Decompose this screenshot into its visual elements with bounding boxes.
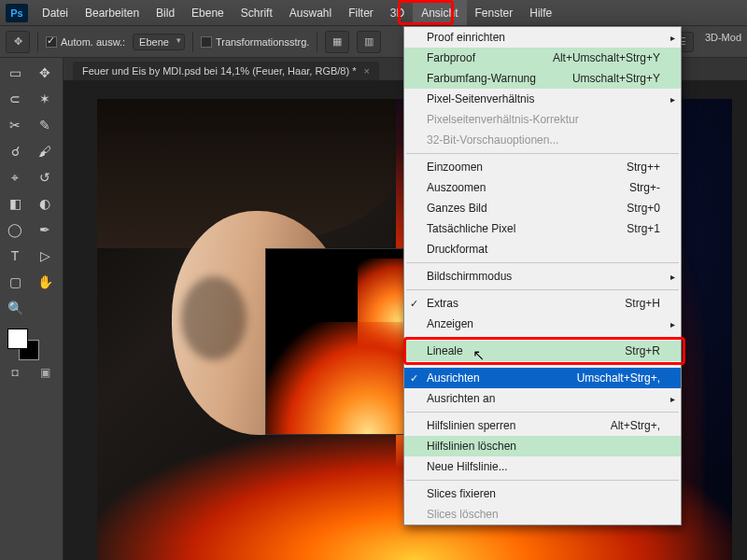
lasso-tool-icon[interactable]: ⊂ <box>2 88 28 110</box>
menu-bearbeiten[interactable]: Bearbeiten <box>77 0 148 25</box>
mode-3d-label[interactable]: 3D-Mod <box>699 32 741 52</box>
menu-item-proof-setup[interactable]: Proof einrichten▸ <box>404 27 681 48</box>
screenmode-icon[interactable]: ▣ <box>32 364 58 381</box>
menu-item-fit-screen[interactable]: Ganzes BildStrg+0 <box>404 198 681 218</box>
zoom-tool-icon[interactable]: 🔍 <box>2 297 28 319</box>
menu-separator <box>406 153 679 154</box>
menu-separator <box>406 480 679 481</box>
menu-fenster[interactable]: Fenster <box>467 0 522 25</box>
healing-tool-icon[interactable]: ☌ <box>2 140 28 162</box>
marquee-tool-icon[interactable]: ▭ <box>2 62 28 84</box>
menu-hilfe[interactable]: Hilfe <box>521 0 560 25</box>
dodge-tool-icon[interactable]: ◯ <box>2 218 28 241</box>
menu-item-pixel-ratio-correction: Pixelseitenverhältnis-Korrektur <box>404 109 681 130</box>
menu-item-clear-guides[interactable]: Hilfslinien löschen <box>404 436 681 456</box>
move-tool-preset-icon[interactable]: ✥ <box>6 31 30 53</box>
menu-separator <box>406 364 679 365</box>
menu-3d[interactable]: 3D <box>382 0 413 25</box>
menu-bar: Ps Datei Bearbeiten Bild Ebene Schrift A… <box>0 0 747 26</box>
eyedropper-tool-icon[interactable]: ✎ <box>32 114 58 136</box>
menu-item-clear-slices: Slices löschen <box>404 504 681 525</box>
eraser-tool-icon[interactable]: ◧ <box>2 192 28 215</box>
document-tab[interactable]: Feuer und Eis by MDI.psd bei 14,1% (Feue… <box>73 62 379 80</box>
menu-item-print-size[interactable]: Druckformat <box>404 239 681 259</box>
transform-controls-label: Transformationsstrg. <box>216 36 309 48</box>
auto-select-checkbox[interactable]: Autom. ausw.: <box>46 36 125 48</box>
auto-select-dropdown[interactable]: Ebene <box>133 34 185 50</box>
separator <box>317 32 317 52</box>
menu-item-snap[interactable]: ✓AusrichtenUmschalt+Strg+, <box>404 368 681 388</box>
menu-item-lock-guides[interactable]: Hilfslinien sperrenAlt+Strg+, <box>404 415 681 436</box>
separator <box>37 32 38 52</box>
menu-item-farbproof[interactable]: FarbproofAlt+Umschalt+Strg+Y <box>404 48 681 68</box>
mouse-cursor-icon: ↖ <box>472 346 485 364</box>
menu-item-zoom-out[interactable]: AuszoomenStrg+- <box>404 177 681 198</box>
menu-item-pixel-ratio[interactable]: Pixel-Seitenverhältnis▸ <box>404 89 681 109</box>
menu-item-screen-mode[interactable]: Bildschirmmodus▸ <box>404 266 681 287</box>
path-select-tool-icon[interactable]: ▷ <box>32 245 58 267</box>
move-tool-icon[interactable]: ✥ <box>32 62 58 84</box>
close-tab-icon[interactable]: × <box>363 65 369 77</box>
menu-item-gamut-warning[interactable]: Farbumfang-WarnungUmschalt+Strg+Y <box>404 68 681 89</box>
type-tool-icon[interactable]: T <box>2 245 28 267</box>
menu-datei[interactable]: Datei <box>34 0 77 25</box>
menu-item-actual-pixels[interactable]: Tatsächliche PixelStrg+1 <box>404 218 681 239</box>
align-icon-1[interactable]: ▦ <box>325 31 349 53</box>
align-icon-2[interactable]: ▥ <box>357 31 381 53</box>
pen-tool-icon[interactable]: ✒ <box>32 218 58 241</box>
menu-ebene[interactable]: Ebene <box>183 0 233 25</box>
menu-item-zoom-in[interactable]: EinzoomenStrg++ <box>404 157 681 177</box>
document-tab-title: Feuer und Eis by MDI.psd bei 14,1% (Feue… <box>82 65 356 77</box>
menu-item-show[interactable]: Anzeigen▸ <box>404 314 681 334</box>
app-logo: Ps <box>6 4 28 22</box>
menu-separator <box>406 337 679 338</box>
menu-schrift[interactable]: Schrift <box>233 0 281 25</box>
quickmask-icon[interactable]: ◘ <box>2 364 28 381</box>
stamp-tool-icon[interactable]: ⌖ <box>2 166 28 189</box>
menu-separator <box>406 262 679 263</box>
menu-item-extras[interactable]: ✓ExtrasStrg+H <box>404 293 681 314</box>
magic-wand-tool-icon[interactable]: ✶ <box>32 88 58 110</box>
menu-auswahl[interactable]: Auswahl <box>281 0 340 25</box>
auto-select-label: Autom. ausw.: <box>61 36 125 48</box>
color-swatch[interactable] <box>7 329 39 360</box>
menu-item-lock-slices[interactable]: Slices fixieren <box>404 483 681 504</box>
menu-bild[interactable]: Bild <box>148 0 183 25</box>
shape-tool-icon[interactable]: ▢ <box>2 271 28 293</box>
menu-item-new-guide[interactable]: Neue Hilfslinie... <box>404 456 681 477</box>
tools-panel: ▭ ✥ ⊂ ✶ ✂ ✎ ☌ 🖌 ⌖ ↺ ◧ ◐ ◯ ✒ T ▷ ▢ ✋ 🔍 ◘ … <box>0 58 63 560</box>
menu-filter[interactable]: Filter <box>340 0 382 25</box>
menu-separator <box>406 289 679 290</box>
gradient-tool-icon[interactable]: ◐ <box>32 192 58 215</box>
transform-controls-checkbox[interactable]: Transformationsstrg. <box>201 36 309 48</box>
history-brush-tool-icon[interactable]: ↺ <box>32 166 58 189</box>
menu-ansicht[interactable]: Ansicht <box>413 0 466 25</box>
hand-tool-icon[interactable]: ✋ <box>32 271 58 293</box>
menu-separator <box>406 412 679 413</box>
menu-item-32bit-preview: 32-Bit-Vorschauoptionen... <box>404 130 681 150</box>
menu-item-rulers[interactable]: LinealeStrg+R <box>404 341 681 361</box>
separator <box>192 32 193 52</box>
ansicht-menu: Proof einrichten▸ FarbproofAlt+Umschalt+… <box>403 26 682 525</box>
crop-tool-icon[interactable]: ✂ <box>2 114 28 136</box>
brush-tool-icon[interactable]: 🖌 <box>32 140 58 162</box>
menu-item-snap-to[interactable]: Ausrichten an▸ <box>404 388 681 409</box>
